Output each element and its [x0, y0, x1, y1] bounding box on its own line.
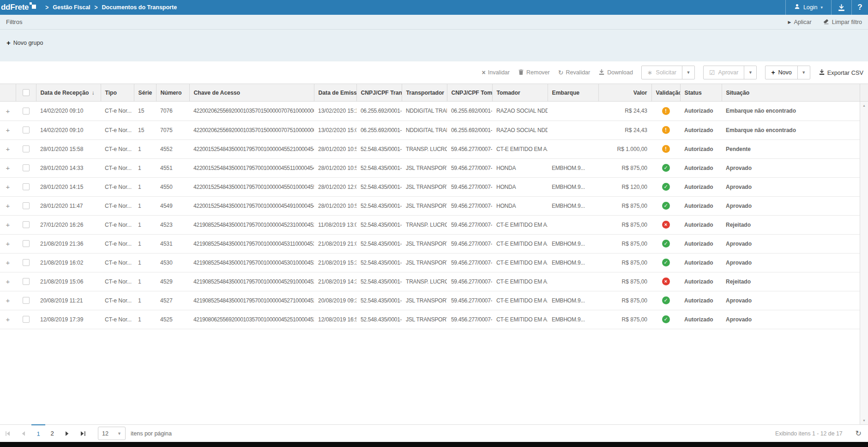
- header-numero[interactable]: Número: [156, 84, 189, 102]
- cell-validacao: !: [651, 102, 680, 121]
- cell-emissao: 28/01/2020 10:57: [314, 196, 356, 215]
- expand-row-button[interactable]: +: [0, 102, 16, 121]
- scroll-down-icon[interactable]: ▼: [860, 419, 868, 422]
- expand-row-button[interactable]: +: [0, 234, 16, 253]
- help-icon[interactable]: ?: [851, 0, 868, 15]
- row-checkbox[interactable]: [16, 177, 36, 196]
- header-tomador[interactable]: Tomador: [492, 84, 548, 102]
- checkbox-icon: [23, 297, 30, 304]
- revalidate-button[interactable]: ↻ Revalidar: [558, 69, 591, 76]
- request-button[interactable]: ∗ Solicitar: [642, 66, 682, 79]
- cell-cnpjTomador: 59.456.277/0007-61: [447, 310, 492, 329]
- header-data-emissao[interactable]: Data de Emissão: [314, 84, 356, 102]
- request-split-button: ∗ Solicitar ▼: [641, 66, 695, 79]
- row-checkbox[interactable]: [16, 102, 36, 121]
- first-page-button[interactable]: [0, 425, 16, 442]
- checkbox-icon: [23, 221, 30, 228]
- row-checkbox[interactable]: [16, 234, 36, 253]
- expand-row-button[interactable]: +: [0, 139, 16, 158]
- checkbox-icon: [23, 240, 30, 247]
- header-valor[interactable]: Valor: [598, 84, 651, 102]
- breadcrumb-documentos-transporte[interactable]: Documentos do Transporte: [102, 4, 177, 11]
- cell-serie: 15: [134, 121, 156, 139]
- export-csv-button[interactable]: Exportar CSV: [819, 69, 863, 77]
- downloads-icon[interactable]: [831, 0, 851, 15]
- expand-row-button[interactable]: +: [0, 196, 16, 215]
- next-page-button[interactable]: [59, 425, 75, 442]
- download-button[interactable]: Download: [598, 69, 633, 77]
- header-embarque[interactable]: Embarque: [548, 84, 598, 102]
- scroll-up-icon[interactable]: ▲: [860, 104, 868, 107]
- request-dropdown-arrow[interactable]: ▼: [682, 66, 694, 79]
- cell-situacao: Pendente: [722, 139, 860, 158]
- cell-cnpjTransp: 52.548.435/0001-79: [356, 291, 402, 310]
- apply-filter-button[interactable]: ▶ Aplicar: [788, 19, 812, 25]
- cell-tomador: CT-E EMITIDO EM A...: [492, 139, 548, 158]
- row-checkbox[interactable]: [16, 310, 36, 329]
- download-icon: [598, 69, 605, 77]
- expand-row-button[interactable]: +: [0, 253, 16, 272]
- plus-icon: +: [6, 202, 10, 210]
- cell-numero: 4529: [156, 272, 189, 291]
- vertical-scrollbar[interactable]: ▲ ▼: [860, 102, 868, 424]
- filters-panel: Filtros ▶ Aplicar Limpar filtro + Novo g…: [0, 15, 868, 61]
- new-button[interactable]: + Novo: [766, 66, 797, 79]
- header-status[interactable]: Status: [680, 84, 722, 102]
- plus-icon: +: [771, 70, 775, 75]
- app-logo[interactable]: ddFrete: [1, 1, 36, 13]
- expand-row-button[interactable]: +: [0, 291, 16, 310]
- login-menu[interactable]: Login ▾: [785, 0, 831, 15]
- row-checkbox[interactable]: [16, 121, 36, 139]
- breadcrumb: > Gestão Fiscal > Documentos do Transpor…: [45, 4, 177, 11]
- prev-page-button[interactable]: [16, 425, 31, 442]
- page-1-button[interactable]: 1: [31, 424, 45, 442]
- page-size-select[interactable]: 12 ▼: [98, 427, 126, 440]
- clear-filter-button[interactable]: Limpar filtro: [823, 18, 862, 26]
- refresh-icon[interactable]: ↻: [856, 429, 862, 438]
- header-chave-acesso[interactable]: Chave de Acesso: [189, 84, 314, 102]
- expand-row-button[interactable]: +: [0, 215, 16, 234]
- cell-cnpjTransp: 52.548.435/0001-79: [356, 215, 402, 234]
- table-row: +28/01/2020 11:47CT-e Nor...145494220015…: [0, 196, 860, 215]
- expand-row-button[interactable]: +: [0, 121, 16, 139]
- approve-button[interactable]: ☑ Aprovar: [704, 66, 744, 79]
- breadcrumb-gestao-fiscal[interactable]: Gestão Fiscal: [53, 4, 90, 11]
- header-transportador[interactable]: Transportador: [402, 84, 447, 102]
- cell-recepcao: 27/01/2020 16:26: [36, 215, 101, 234]
- header-cnpj-transportador[interactable]: CNPJ/CPF Transpo...: [356, 84, 402, 102]
- row-checkbox[interactable]: [16, 158, 36, 177]
- plus-icon: +: [6, 126, 10, 134]
- header-cnpj-tomador[interactable]: CNPJ/CPF Tomador: [447, 84, 492, 102]
- cell-situacao: Aprovado: [722, 158, 860, 177]
- expand-row-button[interactable]: +: [0, 272, 16, 291]
- cell-tipo: CT-e Nor...: [101, 196, 134, 215]
- invalidate-button[interactable]: × Invalidar: [482, 69, 510, 76]
- new-group-button[interactable]: + Novo grupo: [6, 40, 43, 46]
- last-page-button[interactable]: [75, 425, 90, 442]
- cell-numero: 4551: [156, 158, 189, 177]
- remove-button[interactable]: Remover: [518, 69, 550, 77]
- row-checkbox[interactable]: [16, 253, 36, 272]
- header-data-recepcao[interactable]: Data de Recepção↓: [36, 84, 101, 102]
- header-validacao[interactable]: Validação: [651, 84, 680, 102]
- row-checkbox[interactable]: [16, 215, 36, 234]
- page-2-button[interactable]: 2: [45, 425, 59, 442]
- expand-row-button[interactable]: +: [0, 158, 16, 177]
- expand-row-button[interactable]: +: [0, 177, 16, 196]
- cell-tomador: CT-E EMITIDO EM A...: [492, 291, 548, 310]
- header-select-all-checkbox[interactable]: [16, 84, 36, 102]
- new-dropdown-arrow[interactable]: ▼: [797, 66, 810, 79]
- cell-cnpjTomador: 59.456.277/0007-61: [447, 234, 492, 253]
- cell-embarque: EMBHOM.9...: [548, 177, 598, 196]
- approve-dropdown-arrow[interactable]: ▼: [744, 66, 756, 79]
- header-serie[interactable]: Série: [134, 84, 156, 102]
- row-checkbox[interactable]: [16, 196, 36, 215]
- cell-embarque: EMBHOM.9...: [548, 253, 598, 272]
- row-checkbox[interactable]: [16, 291, 36, 310]
- expand-row-button[interactable]: +: [0, 310, 16, 329]
- row-checkbox[interactable]: [16, 139, 36, 158]
- header-situacao[interactable]: Situação: [722, 84, 860, 102]
- row-checkbox[interactable]: [16, 272, 36, 291]
- header-tipo[interactable]: Tipo: [101, 84, 134, 102]
- chevron-down-icon: ▾: [820, 5, 823, 10]
